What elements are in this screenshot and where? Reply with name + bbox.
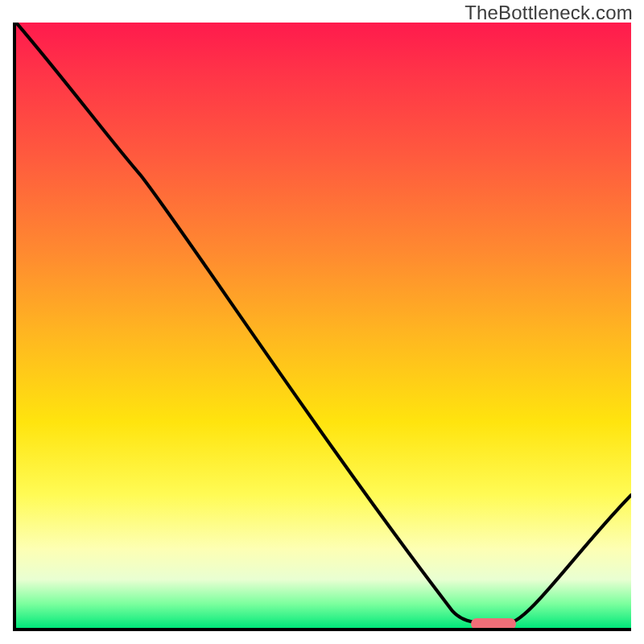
optimal-range-marker [471, 618, 516, 630]
chart-container: TheBottleneck.com [0, 0, 644, 644]
watermark-text: TheBottleneck.com [464, 2, 633, 24]
plot-area [13, 23, 631, 631]
heat-gradient-bg [16, 23, 631, 628]
